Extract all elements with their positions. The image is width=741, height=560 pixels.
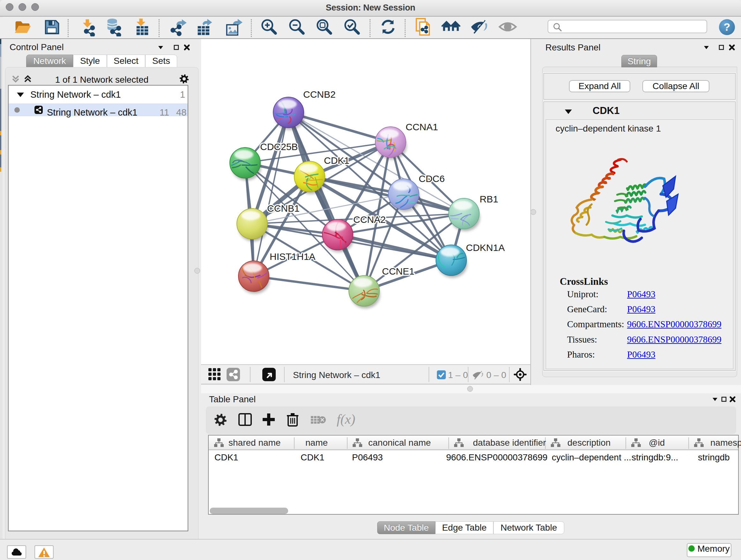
svg-text:CCNB1: CCNB1 [267, 203, 300, 213]
svg-text:HIST1H1A: HIST1H1A [270, 251, 315, 262]
svg-text:CCNE1: CCNE1 [382, 266, 414, 276]
svg-text:CDC25B: CDC25B [260, 141, 298, 152]
svg-text:CCNA2: CCNA2 [353, 214, 386, 225]
svg-text:CCNA1: CCNA1 [406, 122, 438, 132]
svg-text:CDK1: CDK1 [324, 155, 349, 166]
svg-text:CDKN1A: CDKN1A [466, 242, 505, 253]
svg-text:RB1: RB1 [480, 194, 498, 204]
svg-text:CCNB2: CCNB2 [303, 89, 336, 100]
svg-text:CDC6: CDC6 [419, 173, 445, 184]
